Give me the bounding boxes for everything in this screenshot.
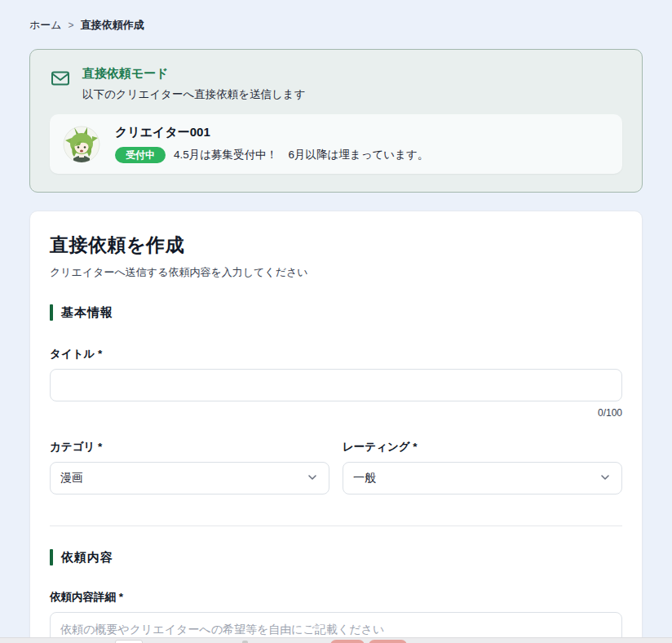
mail-icon xyxy=(50,66,71,102)
breadcrumb-home-link[interactable]: ホーム xyxy=(29,18,62,33)
cutoff-button-2[interactable] xyxy=(369,640,407,643)
section-header-basic: 基本情報 xyxy=(50,304,622,321)
banner-title: 直接依頼モード xyxy=(82,66,305,82)
banner-texts: 直接依頼モード 以下のクリエイターへ直接依頼を送信します xyxy=(82,66,305,102)
category-select[interactable]: 漫画 xyxy=(50,462,329,494)
breadcrumb: ホーム > 直接依頼作成 xyxy=(29,18,643,33)
rating-field: レーティング * 一般 xyxy=(343,440,622,494)
creator-card[interactable]: クリエイター001 受付中 4.5月は募集受付中！ 6月以降は埋まっています。 xyxy=(50,114,622,174)
banner-subtitle: 以下のクリエイターへ直接依頼を送信します xyxy=(82,87,305,102)
creator-avatar xyxy=(63,126,100,163)
section-divider xyxy=(50,525,622,526)
rating-select[interactable]: 一般 xyxy=(343,462,622,494)
title-field-label: タイトル * xyxy=(50,347,622,361)
creator-status-text: 4.5月は募集受付中！ 6月以降は埋まっています。 xyxy=(174,148,428,162)
section-bar xyxy=(50,304,53,321)
rating-field-label: レーティング * xyxy=(343,440,622,455)
direct-request-form-card: 直接依頼を作成 クリエイターへ送信する依頼内容を入力してください 基本情報 タイ… xyxy=(29,211,643,643)
category-select-value: 漫画 xyxy=(60,471,83,486)
creator-info: クリエイター001 受付中 4.5月は募集受付中！ 6月以降は埋まっています。 xyxy=(115,125,428,163)
page: ホーム > 直接依頼作成 直接依頼モード 以下のクリエイターへ直接依頼を送信しま… xyxy=(0,0,672,643)
bottom-cutoff-bar xyxy=(0,637,672,643)
title-input[interactable] xyxy=(50,369,622,401)
form-title: 直接依頼を作成 xyxy=(50,233,622,258)
creator-name: クリエイター001 xyxy=(115,125,428,140)
creator-status-row: 受付中 4.5月は募集受付中！ 6月以降は埋まっています。 xyxy=(115,147,428,163)
category-rating-row: カテゴリ * 漫画 レーティング * 一般 xyxy=(50,440,622,494)
section-label-basic: 基本情報 xyxy=(61,305,113,321)
cutoff-input[interactable] xyxy=(115,640,143,643)
breadcrumb-current: 直接依頼作成 xyxy=(81,18,144,33)
section-label-content: 依頼内容 xyxy=(61,550,113,565)
banner-head: 直接依頼モード 以下のクリエイターへ直接依頼を送信します xyxy=(50,66,622,102)
chevron-down-icon xyxy=(306,471,319,486)
title-char-counter: 0/100 xyxy=(50,407,622,419)
accepting-status-badge: 受付中 xyxy=(115,147,166,163)
cutoff-button-1[interactable] xyxy=(330,640,365,643)
breadcrumb-separator: > xyxy=(69,20,74,31)
direct-request-banner: 直接依頼モード 以下のクリエイターへ直接依頼を送信します xyxy=(29,49,643,193)
category-field: カテゴリ * 漫画 xyxy=(50,440,329,494)
form-subtitle: クリエイターへ送信する依頼内容を入力してください xyxy=(50,265,622,280)
rating-select-value: 一般 xyxy=(353,471,376,486)
chevron-down-icon xyxy=(599,471,612,486)
section-header-content: 依頼内容 xyxy=(50,549,622,565)
section-bar xyxy=(50,549,53,565)
category-field-label: カテゴリ * xyxy=(50,440,329,455)
detail-field-label: 依頼内容詳細 * xyxy=(50,590,622,605)
